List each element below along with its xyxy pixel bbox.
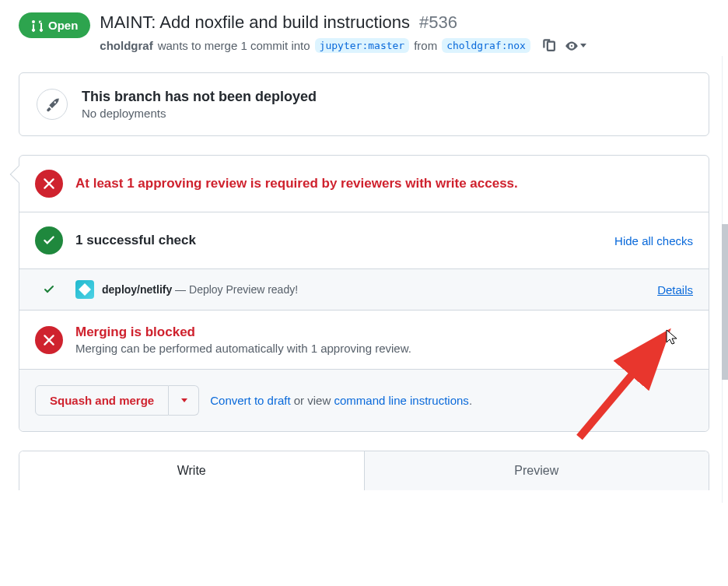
- checks-summary-row: 1 successful check Hide all checks: [19, 212, 709, 269]
- merging-blocked-row: Merging is blocked Merging can be perfor…: [19, 311, 709, 369]
- merge-method-dropdown[interactable]: [169, 385, 199, 416]
- git-pull-request-icon: [31, 19, 44, 32]
- scrollbar-thumb[interactable]: [722, 224, 728, 380]
- cli-instructions-link[interactable]: command line instructions: [334, 394, 468, 407]
- check-name: deploy/netlify: [102, 283, 172, 296]
- deployments-card: This branch has not been deployed No dep…: [19, 72, 709, 136]
- check-item-row: deploy/netlify — Deploy Preview ready! D…: [19, 269, 709, 311]
- base-branch-label[interactable]: jupyter:master: [315, 38, 410, 53]
- copy-icon[interactable]: [541, 37, 555, 54]
- hide-checks-link[interactable]: Hide all checks: [614, 234, 693, 247]
- squash-merge-button[interactable]: Squash and merge: [35, 385, 169, 416]
- checks-title: 1 successful check: [75, 233, 614, 248]
- netlify-avatar-icon: [75, 280, 94, 299]
- check-success-icon: [35, 283, 63, 296]
- merge-status-card: At least 1 approving review is required …: [19, 155, 709, 432]
- pr-state-text: Open: [48, 19, 78, 32]
- x-icon: [35, 326, 63, 354]
- x-icon: [35, 170, 63, 198]
- convert-to-draft-link[interactable]: Convert to draft: [210, 394, 290, 407]
- check-details-link[interactable]: Details: [657, 283, 693, 297]
- review-required-text: At least 1 approving review is required …: [75, 176, 693, 191]
- deploy-title: This branch has not been deployed: [82, 89, 317, 105]
- check-description: Deploy Preview ready!: [189, 283, 298, 296]
- head-branch-label[interactable]: choldgraf:nox: [442, 38, 530, 53]
- pr-author[interactable]: choldgraf: [100, 39, 152, 52]
- comment-tabs: Write Preview: [19, 451, 709, 490]
- check-icon: [35, 226, 63, 254]
- pr-header: Open MAINT: Add noxfile and build instru…: [19, 12, 709, 54]
- tab-preview[interactable]: Preview: [364, 451, 709, 490]
- pr-meta: choldgraf wants to merge 1 commit into j…: [100, 37, 709, 54]
- deploy-subtitle: No deployments: [82, 107, 317, 120]
- merge-footer: Squash and merge Convert to draft or vie…: [19, 369, 709, 431]
- pr-title: MAINT: Add noxfile and build instruction…: [100, 12, 410, 33]
- pr-state-badge: Open: [19, 12, 90, 38]
- blocked-subtitle: Merging can be performed automatically w…: [75, 342, 693, 355]
- rocket-icon: [37, 89, 68, 120]
- blocked-title: Merging is blocked: [75, 325, 693, 340]
- tab-write[interactable]: Write: [19, 451, 364, 490]
- review-required-row: At least 1 approving review is required …: [19, 156, 709, 212]
- watch-icon[interactable]: [565, 39, 586, 53]
- pr-number: #536: [419, 12, 457, 33]
